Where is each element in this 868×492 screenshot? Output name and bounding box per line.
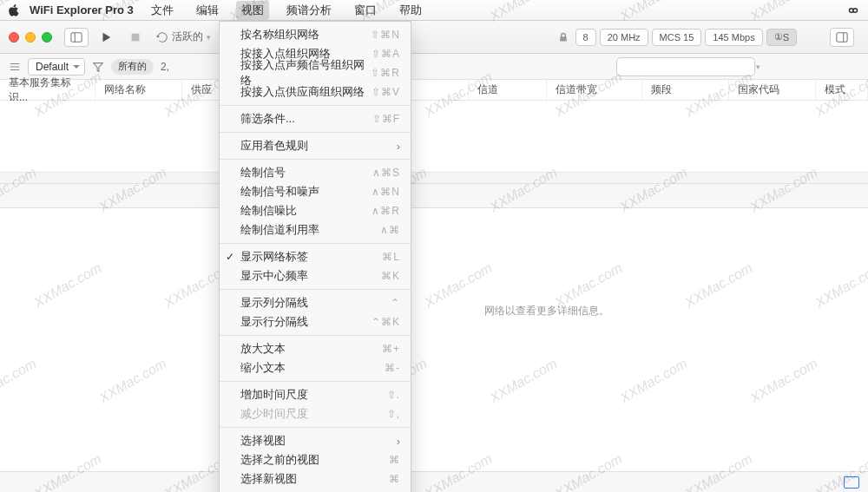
window-mode-icon[interactable] <box>844 476 859 489</box>
menu-item[interactable]: ✓显示网络标签⌘L <box>220 247 411 266</box>
th-band[interactable]: 频段 <box>642 80 729 100</box>
menu-spectrum[interactable]: 频谱分析 <box>281 1 337 20</box>
apple-logo-icon <box>7 3 21 17</box>
filter-icon[interactable] <box>92 61 104 73</box>
refresh-icon <box>156 31 168 43</box>
submenu-arrow-icon: › <box>397 435 400 448</box>
maximize-button[interactable] <box>42 32 52 43</box>
play-button[interactable] <box>94 28 118 47</box>
menu-item-label: 显示网络标签 <box>240 249 308 265</box>
badge-pill[interactable]: ① S <box>766 29 797 46</box>
minimize-button[interactable] <box>25 32 36 43</box>
app-name[interactable]: WiFi Explorer Pro 3 <box>30 3 134 16</box>
toolbar-right: 8 20 MHz MCS 15 145 Mbps ① S <box>558 28 859 47</box>
menu-item-label: 增加时间尺度 <box>240 387 308 403</box>
menu-item[interactable]: 放大文本⌘+ <box>220 339 411 358</box>
shortcut-label: ∧⌘ <box>380 224 400 236</box>
play-icon <box>100 31 112 43</box>
bottombar <box>0 471 868 492</box>
th-channel[interactable]: 信道 <box>469 80 547 100</box>
search-input[interactable] <box>626 61 756 73</box>
menu-item[interactable]: 绘制信噪比∧⌘R <box>220 201 411 220</box>
scan-status: 活跃的 ▾ <box>156 30 211 44</box>
count-label: 2, <box>161 61 169 73</box>
shortcut-label: ⇧⌘R <box>371 67 400 79</box>
check-icon: ✓ <box>226 251 234 263</box>
menu-separator <box>220 243 411 244</box>
menu-item-label: 按名称组织网络 <box>240 27 319 43</box>
rate-pill[interactable]: 145 Mbps <box>705 29 762 46</box>
th-name[interactable]: 网络名称 <box>95 80 182 100</box>
menu-separator <box>220 105 411 106</box>
shortcut-label: ∧⌘S <box>372 167 400 179</box>
menu-item[interactable]: 显示行分隔线⌃⌘K <box>220 312 411 331</box>
menu-item-label: 绘制信号和噪声 <box>240 184 319 200</box>
shortcut-label: ⌘ <box>389 473 400 485</box>
menu-item[interactable]: 按接入点供应商组织网络⇧⌘V <box>220 82 411 102</box>
menu-item[interactable]: 筛选条件...⇧⌘F <box>220 109 411 128</box>
shortcut-label: ⇧⌘N <box>371 29 400 41</box>
menu-window[interactable]: 窗口 <box>349 1 382 20</box>
window-controls <box>9 32 52 43</box>
menu-item-label: 显示中心频率 <box>240 268 308 284</box>
panel-toggle-button[interactable] <box>830 28 854 47</box>
menu-item[interactable]: 绘制信道利用率∧⌘ <box>220 220 411 239</box>
th-bandwidth[interactable]: 信道带宽 <box>547 80 642 100</box>
bandwidth-pill[interactable]: 20 MHz <box>600 29 648 46</box>
shortcut-label: ⌘+ <box>382 343 400 355</box>
filter-chip[interactable]: 所有的 <box>111 59 154 75</box>
shortcut-label: ⇧. <box>387 389 400 401</box>
profile-dropdown[interactable]: Default <box>28 58 85 75</box>
menu-item[interactable]: 应用着色规则› <box>220 136 411 155</box>
menu-item[interactable]: 绘制信号和噪声∧⌘N <box>220 182 411 201</box>
menu-item-label: 选择新视图 <box>240 471 297 487</box>
menu-separator <box>220 159 411 160</box>
menu-separator <box>220 289 411 290</box>
menu-file[interactable]: 文件 <box>146 1 179 20</box>
watermark-text: XXMac.com <box>487 356 560 407</box>
list-icon[interactable] <box>9 61 21 73</box>
channel-pill[interactable]: 8 <box>575 29 596 46</box>
svg-rect-3 <box>837 32 847 42</box>
menu-item-label: 减少时间尺度 <box>240 406 308 422</box>
menu-item[interactable]: 选择新视图⌘ <box>220 469 411 489</box>
menu-item[interactable]: 显示中心频率⌘K <box>220 266 411 285</box>
shortcut-label: ⇧⌘F <box>372 113 400 125</box>
shortcut-label: ⌘L <box>382 251 400 263</box>
menu-item[interactable]: 绘制信号∧⌘S <box>220 163 411 182</box>
th-country[interactable]: 国家代码 <box>729 80 816 100</box>
th-mode[interactable]: 模式 <box>816 80 868 100</box>
close-button[interactable] <box>9 32 19 43</box>
menu-item[interactable]: 按接入点声频信号组织网络⇧⌘R <box>220 63 411 82</box>
menu-item-label: 放大文本 <box>240 341 286 357</box>
sidebar-toggle-button[interactable] <box>64 28 89 47</box>
menu-item[interactable]: 显示列分隔线⌃ <box>220 293 411 312</box>
mcs-pill[interactable]: MCS 15 <box>652 29 702 46</box>
shortcut-label: ⌃ <box>391 297 400 309</box>
menu-item-label: 按接入点供应商组织网络 <box>240 84 365 100</box>
menu-item[interactable]: 按名称组织网络⇧⌘N <box>220 25 411 44</box>
th-bssid[interactable]: 基本服务集标识... <box>0 80 95 100</box>
menu-separator <box>220 132 411 133</box>
menu-edit[interactable]: 编辑 <box>191 1 224 20</box>
search-field[interactable]: ▾ <box>616 57 755 76</box>
system-menubar: WiFi Explorer Pro 3 文件 编辑 视图 频谱分析 窗口 帮助 <box>0 0 868 21</box>
menu-item[interactable]: 选择之前的视图⌘ <box>220 450 411 469</box>
menu-item-label: 显示行分隔线 <box>240 314 308 330</box>
shortcut-label: ⇧⌘A <box>372 48 400 60</box>
shortcut-label: ⌘ <box>389 454 400 466</box>
shortcut-label: ∧⌘N <box>372 186 400 198</box>
menu-item[interactable]: 选择视图› <box>220 431 411 450</box>
menu-separator <box>220 427 411 428</box>
menu-item-label: 绘制信号 <box>240 165 286 180</box>
menu-item[interactable]: 增加时间尺度⇧. <box>220 385 411 404</box>
sidebar-icon <box>70 31 82 43</box>
watermark-text: XXMac.com <box>747 356 820 407</box>
menu-item-label: 筛选条件... <box>240 111 295 127</box>
stop-button[interactable] <box>123 28 148 47</box>
table-header: 基本服务集标识... 网络名称 供应 信道 信道带宽 频段 国家代码 模式 <box>0 80 868 101</box>
table-body <box>0 101 868 184</box>
menu-item[interactable]: 缩小文本⌘- <box>220 358 411 377</box>
menu-help[interactable]: 帮助 <box>394 1 427 20</box>
menu-view[interactable]: 视图 <box>236 1 269 20</box>
